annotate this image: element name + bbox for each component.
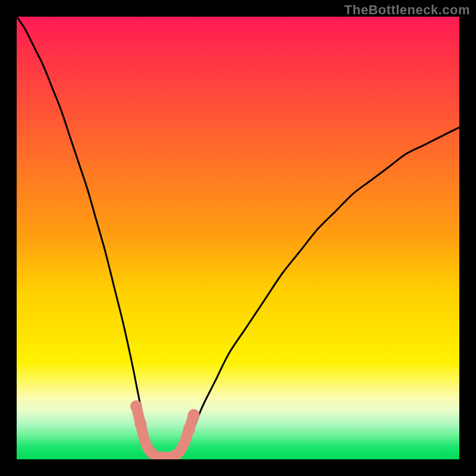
plot-area [17, 17, 459, 459]
curve-layer [17, 17, 459, 459]
curve-left-branch [17, 17, 149, 450]
highlight-dot [188, 409, 200, 421]
highlight-dots [130, 400, 200, 434]
highlight-segment [136, 406, 194, 458]
curve-right-branch [185, 127, 459, 450]
highlight-dot [134, 418, 146, 430]
watermark-text: TheBottleneck.com [345, 2, 470, 18]
highlight-dot [130, 400, 142, 412]
chart-frame: TheBottleneck.com [0, 0, 476, 476]
highlight-dot [183, 422, 195, 434]
